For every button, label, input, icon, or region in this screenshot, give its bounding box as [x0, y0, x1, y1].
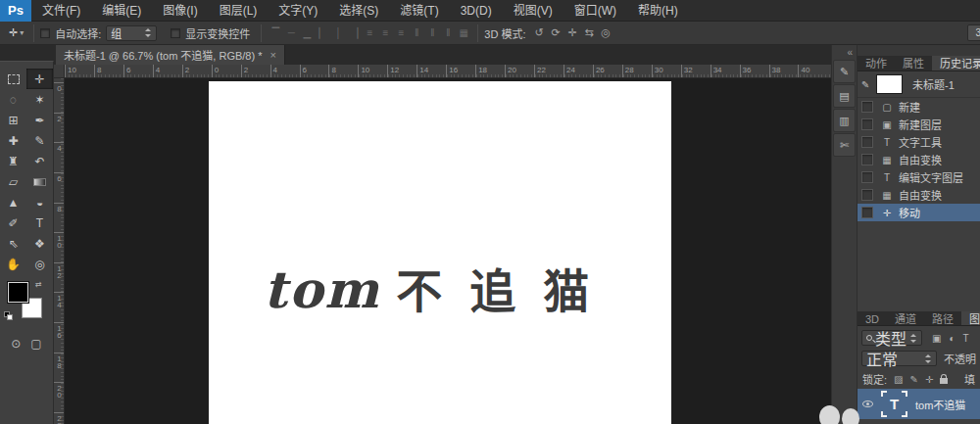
history-item[interactable]: ▣ 新建图层 [858, 116, 980, 133]
align-horizontal-centers-icon[interactable]: │ [330, 23, 346, 44]
dodge-tool[interactable]: ◒ [26, 192, 53, 212]
magic-wand-tool[interactable]: ✶ [26, 89, 53, 110]
layer-visibility-cell[interactable] [858, 400, 877, 407]
history-snapshot-row[interactable]: ✎ 未标题-1 [858, 71, 980, 98]
panel-tab[interactable]: 路径 [924, 311, 961, 325]
history-source-well[interactable] [861, 207, 873, 218]
history-item[interactable]: ▦ 自由变换 [858, 151, 980, 168]
3d-rotate-icon[interactable]: ↺ [530, 26, 547, 39]
eyedropper-tool[interactable]: ✒ [26, 110, 53, 130]
show-transform-checkbox[interactable] [171, 28, 180, 38]
auto-select-checkbox[interactable] [40, 28, 50, 38]
history-source-well[interactable] [861, 101, 873, 113]
zoom-tool[interactable]: ◎ [26, 254, 53, 274]
panel-tab[interactable]: 通道 [887, 311, 924, 325]
rectangular-marquee-tool[interactable] [0, 69, 26, 89]
character-panel-icon[interactable]: ✄ [833, 133, 856, 157]
clone-source-panel-icon[interactable]: ▥ [833, 109, 856, 132]
distribute-left-edges-icon[interactable]: ‖ [409, 23, 424, 44]
align-right-edges-icon[interactable]: ▕ [346, 23, 362, 44]
panel-grip[interactable] [0, 62, 53, 69]
screen-mode-icon[interactable]: ▢ [30, 337, 41, 351]
eraser-tool[interactable]: ▱ [0, 171, 26, 192]
hand-tool[interactable]: ✋ [0, 254, 26, 274]
gradient-tool[interactable] [26, 171, 53, 192]
menu-item[interactable]: 视图(V) [503, 0, 564, 22]
menu-item[interactable]: 图像(I) [152, 0, 208, 22]
canvas-text-layer[interactable]: tom不追猫 [209, 254, 671, 321]
distribute-bottom-edges-icon[interactable]: ≡ [393, 23, 409, 44]
brush-panel-icon[interactable]: ✎ [833, 60, 856, 83]
document-tab[interactable]: 未标题-1 @ 66.7% (tom 不追猫, RGB/8) * × [56, 45, 285, 65]
pixel-filter-icon[interactable]: ▣ [932, 333, 941, 344]
workspace-button[interactable]: 3D [967, 24, 980, 41]
auto-select-dropdown[interactable]: 组 [106, 25, 157, 41]
clone-stamp-tool[interactable]: ♜ [0, 151, 26, 171]
menu-item[interactable]: 文字(Y) [268, 0, 328, 22]
menu-item[interactable]: 编辑(E) [91, 0, 152, 22]
layer-thumbnail[interactable]: T [881, 391, 907, 417]
blur-tool[interactable]: ▲ [0, 192, 26, 212]
panel-tab[interactable]: 属性 [895, 56, 932, 71]
close-icon[interactable]: × [270, 49, 276, 61]
history-item[interactable]: ▢ 新建 [858, 98, 980, 116]
layer-filter-dropdown[interactable]: 类型 [861, 330, 922, 346]
menu-item[interactable]: 选择(S) [328, 0, 389, 22]
menu-item[interactable]: 3D(D) [450, 0, 503, 22]
layer-row[interactable]: T tom不追猫 [858, 389, 980, 419]
brush-tool[interactable]: ✎ [26, 130, 53, 151]
brush-presets-panel-icon[interactable]: ▤ [833, 84, 856, 108]
history-source-well[interactable] [861, 136, 873, 148]
custom-shape-tool[interactable]: ❖ [26, 233, 53, 254]
history-source-well[interactable] [861, 171, 873, 183]
direct-selection-tool[interactable]: ⇖ [0, 233, 26, 254]
panel-tab[interactable]: 3D [858, 311, 887, 325]
move-tool[interactable]: ✛ [26, 69, 53, 89]
auto-align-layers-icon[interactable]: ▦ [456, 23, 471, 44]
panel-tab[interactable]: 历史记录 [932, 56, 980, 71]
lock-position-icon[interactable]: ✛ [925, 374, 933, 385]
spot-healing-brush-tool[interactable]: ✚ [0, 130, 26, 151]
3d-drag-icon[interactable]: ✛ [564, 26, 580, 39]
menu-item[interactable]: 图层(L) [209, 0, 269, 22]
menu-item[interactable]: 窗口(W) [564, 0, 627, 22]
quick-mask-icon[interactable]: ⊙ [11, 337, 21, 351]
history-brush-source-icon[interactable]: ✎ [861, 79, 874, 90]
menu-item[interactable]: 文件(F) [31, 0, 91, 22]
blend-mode-dropdown[interactable]: 正常 [861, 351, 937, 366]
align-top-edges-icon[interactable]: ▔ [268, 23, 283, 44]
menu-item[interactable]: 滤镜(T) [389, 0, 449, 22]
distribute-vertical-centers-icon[interactable]: ≡ [377, 23, 393, 44]
crop-tool[interactable]: ⊞ [0, 110, 26, 130]
lasso-tool[interactable]: ◌ [0, 89, 26, 110]
collapse-dock-icon[interactable]: « [832, 45, 857, 59]
pen-tool[interactable]: ✐ [0, 212, 26, 233]
align-vertical-centers-icon[interactable]: ─ [283, 23, 299, 44]
adjustment-filter-icon[interactable]: ◐ [949, 333, 955, 344]
document-canvas[interactable]: tom不追猫 [209, 81, 671, 424]
distribute-horizontal-centers-icon[interactable]: ‖ [424, 23, 440, 44]
history-source-well[interactable] [861, 189, 873, 201]
panel-tab[interactable]: 动作 [858, 56, 895, 71]
3d-slide-icon[interactable]: ⇆ [580, 26, 597, 39]
history-item[interactable]: ✛ 移动 [858, 204, 980, 221]
distribute-right-edges-icon[interactable]: ‖ [440, 23, 456, 44]
history-item[interactable]: T 文字工具 [858, 133, 980, 151]
history-item[interactable]: ▦ 自由变换 [858, 186, 980, 204]
pasteboard[interactable]: tom不追猫 [65, 78, 831, 424]
type-filter-icon[interactable]: T [963, 333, 969, 344]
type-tool[interactable]: T [26, 212, 53, 233]
3d-scale-icon[interactable]: ◎ [597, 26, 613, 39]
history-item[interactable]: T 编辑文字图层 [858, 168, 980, 186]
3d-roll-icon[interactable]: ⟳ [547, 26, 564, 39]
tool-preset-picker[interactable]: ✛ ▾ [5, 25, 27, 40]
history-source-well[interactable] [861, 154, 873, 165]
swap-colors-icon[interactable]: ⇄ [35, 280, 42, 289]
foreground-color-swatch[interactable] [8, 282, 28, 303]
default-colors-icon[interactable] [4, 311, 14, 321]
lock-transparency-icon[interactable]: ▨ [894, 374, 903, 385]
align-bottom-edges-icon[interactable]: ▁ [299, 23, 315, 44]
history-source-well[interactable] [861, 118, 873, 130]
panel-tab[interactable]: 图层 [961, 311, 980, 325]
history-brush-tool[interactable]: ↶ [26, 151, 53, 171]
